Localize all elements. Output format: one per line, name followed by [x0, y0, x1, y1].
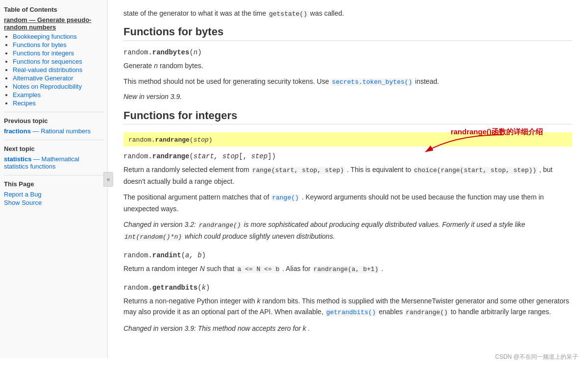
show-source-link[interactable]: Show Source — [4, 199, 103, 206]
toc-sublist: Bookkeeping functions Functions for byte… — [4, 33, 103, 107]
sidebar-divider-3 — [4, 175, 103, 175]
randbytes-desc: Generate n random bytes. — [123, 60, 572, 71]
watermark: CSDN @不在同一频道上的呆子 — [495, 353, 578, 358]
randint-prefix: random. — [123, 251, 152, 259]
section-integers-header: Functions for integers — [123, 109, 572, 124]
randbytes-prefix: random. — [123, 49, 152, 56]
next-topic-entry: statistics — Mathematical statistics fun… — [4, 155, 103, 170]
randrange-desc2-para: The positional argument pattern matches … — [123, 192, 572, 214]
toc-link-recipes[interactable]: Recipes — [13, 99, 36, 107]
show-source-entry: Show Source — [4, 199, 103, 206]
range-link[interactable]: range() — [271, 194, 300, 201]
randrange-desc1-para: Return a randomly selected element from … — [123, 164, 572, 187]
randint-block: random.randint(a, b) Return a random int… — [123, 251, 572, 275]
toc-item-bookkeeping: Bookkeeping functions — [13, 33, 103, 40]
sidebar-divider-1 — [4, 112, 103, 112]
randrange1-prefix: random. — [128, 136, 155, 144]
toc-link-bytes[interactable]: Functions for bytes — [13, 41, 67, 49]
randrange-code1: range(start, stop, step) — [251, 167, 345, 174]
intro-suffix: was called. — [310, 9, 344, 17]
prev-topic-entry: fractions — Rational numbers — [4, 127, 103, 135]
randint-sig: random.randint(a, b) — [123, 251, 572, 259]
toc-link-realvalued[interactable]: Real-valued distributions — [13, 66, 82, 74]
sidebar: Table of Contents random — Generate pseu… — [0, 0, 108, 358]
toc-item-recipes: Recipes — [13, 99, 103, 107]
sidebar-toggle-button[interactable]: « — [103, 172, 113, 187]
prev-topic-desc: — Rational numbers — [33, 127, 91, 135]
prev-topic-bold: fractions — [4, 127, 31, 135]
toc-link-altgenerator[interactable]: Alternative Generator — [13, 74, 74, 82]
getrandbits-block: random.getrandbits(k) Returns a non-nega… — [123, 284, 572, 334]
randbytes-param: n — [194, 49, 197, 56]
randrange2-param: start, stop — [194, 152, 239, 160]
toc-item-reproducibility: Notes on Reproducibility — [13, 83, 103, 90]
getrandbits-desc1-para: Returns a non-negative Python integer wi… — [123, 296, 572, 318]
toc-link-examples[interactable]: Examples — [13, 91, 41, 99]
randbytes-block: random.randbytes(n) Generate n random by… — [123, 49, 572, 100]
randrange2-prefix: random. — [123, 152, 152, 160]
randint-code2: randrange(a, b+1) — [313, 266, 380, 273]
sidebar-divider-2 — [4, 140, 103, 140]
toc-item-sequences: Functions for sequences — [13, 58, 103, 65]
randrange-code4: int(random()*n) — [123, 233, 183, 241]
randrange2-step: step — [251, 152, 268, 160]
toc-main-entry: random — Generate pseudo-random numbers — [4, 16, 103, 31]
next-topic-link[interactable]: statistics — Mathematical statistics fun… — [4, 155, 103, 170]
toc-link-sequences[interactable]: Functions for sequences — [13, 58, 82, 65]
prev-topic-link[interactable]: fractions — Rational numbers — [4, 127, 103, 135]
randbytes-name: randbytes — [152, 49, 190, 56]
randbytes-security-para: This method should not be used for gener… — [123, 76, 572, 88]
getrandbits-name: getrandbits — [152, 284, 197, 292]
getrandbits-code: randrange() — [405, 309, 449, 316]
toc-item-altgenerator: Alternative Generator — [13, 74, 103, 82]
toc-link-integers[interactable]: Functions for integers — [13, 49, 74, 57]
randbytes-version: New in version 3.9. — [123, 93, 572, 100]
getrandbits-param: k — [202, 284, 206, 292]
toc-link-reproducibility[interactable]: Notes on Reproducibility — [13, 83, 82, 90]
annotation-container: randrange()函数的详细介绍 random.randrange(stop… — [123, 132, 572, 160]
toc-random-bold: random — [4, 16, 27, 24]
report-bug-link[interactable]: Report a Bug — [4, 191, 103, 198]
randint-code1: a <= N <= b — [236, 266, 280, 273]
toc-title: Table of Contents — [4, 6, 103, 13]
randrange2-name: randrange — [152, 152, 190, 160]
getrandbits-k: k — [257, 297, 260, 305]
toc-item-realvalued: Real-valued distributions — [13, 66, 103, 74]
getrandbits-link[interactable]: getrandbits() — [325, 309, 377, 316]
toc-item-examples: Examples — [13, 91, 103, 99]
randrange-code2: choice(range(start, stop, step)) — [413, 167, 538, 174]
prev-topic-title: Previous topic — [4, 117, 103, 124]
toc-link-bookkeeping[interactable]: Bookkeeping functions — [13, 33, 77, 40]
randrange-block: Return a randomly selected element from … — [123, 164, 572, 243]
randrange1-name: randrange — [155, 136, 190, 144]
randrange1-sig: random.randrange(stop) — [128, 136, 213, 144]
toc-item-integers: Functions for integers — [13, 49, 103, 57]
randint-desc-para: Return a random integer N such that a <=… — [123, 263, 572, 275]
next-topic-title: Next topic — [4, 145, 103, 152]
toc-random-link[interactable]: random — Generate pseudo-random numbers — [4, 16, 103, 31]
randint-param: a, b — [185, 251, 202, 259]
randrange-changed-para: Changed in version 3.2: randrange() is m… — [123, 219, 572, 243]
getrandbits-prefix: random. — [123, 284, 152, 292]
intro-code: getstate() — [268, 10, 308, 18]
randbytes-n: n — [154, 62, 158, 70]
randrange-code3: randrange() — [198, 222, 242, 229]
secrets-token-bytes-link[interactable]: secrets.token_bytes() — [331, 78, 413, 86]
section-bytes-header: Functions for bytes — [123, 25, 572, 41]
getrandbits-changed-para: Changed in version 3.9: This method now … — [123, 323, 572, 334]
getrandbits-k2: k — [303, 324, 306, 332]
randrange1-param: stop — [194, 136, 209, 144]
this-page-title: This Page — [4, 180, 103, 188]
randint-N: N — [200, 265, 205, 272]
randrange2-sig: random.randrange(start, stop[, step]) — [123, 152, 572, 160]
main-content: state of the generator to what it was at… — [108, 0, 588, 358]
randbytes-sig: random.randbytes(n) — [123, 49, 572, 56]
intro-text: state of the generator to what it was at… — [123, 9, 266, 17]
report-bug-entry: Report a Bug — [4, 191, 103, 198]
intro-paragraph: state of the generator to what it was at… — [123, 8, 572, 20]
randrange-highlighted: random.randrange(stop) — [123, 132, 572, 147]
next-topic-bold: statistics — [4, 155, 31, 163]
toc-item-bytes: Functions for bytes — [13, 41, 103, 49]
randint-name: randint — [152, 251, 181, 259]
getrandbits-sig: random.getrandbits(k) — [123, 284, 572, 292]
